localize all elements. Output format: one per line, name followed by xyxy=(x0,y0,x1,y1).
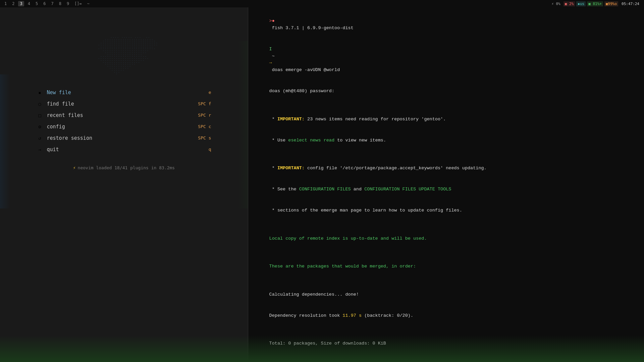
terminal-packages-line: These are the packages that would be mer… xyxy=(253,256,639,277)
quit-label: quit xyxy=(47,146,59,153)
tab-2[interactable]: 2 xyxy=(10,1,16,6)
packages-merge-text: These are the packages that would be mer… xyxy=(269,264,416,269)
tab-5[interactable]: 5 xyxy=(34,1,40,6)
config-files-link: CONFIGURATION FILES xyxy=(299,187,351,192)
config-update-link: CONFIGURATION FILES UPDATE TOOLS xyxy=(364,187,451,192)
neovim-menu: ▪ New file e ○ find file SPC f □ recent … xyxy=(37,87,211,155)
recent-icon: □ xyxy=(37,113,43,118)
terminal-config-line-2: * sections of the emerge man page to lea… xyxy=(253,200,639,221)
terminal-command-line: I ~ → doas emerge -avUDN @world xyxy=(253,39,639,81)
terminal-important-1: * IMPORTANT: 23 news items need reading … xyxy=(253,109,639,130)
local-copy-text: Local copy of remote index is up-to-date… xyxy=(269,236,427,241)
new-file-shortcut: e xyxy=(209,90,211,95)
tab-9[interactable]: 9 xyxy=(65,1,71,6)
recent-files-label: recent files xyxy=(47,112,83,118)
eselect-cmd: eselect news read xyxy=(288,138,334,143)
blank-5 xyxy=(253,277,639,284)
terminal-header-text: fish 3.7.1 | 6.9.9-gentoo-dist xyxy=(269,25,354,31)
important-label-2: IMPORTANT: xyxy=(277,166,305,171)
terminal-password-line: doas (mh@t480) password: xyxy=(253,81,639,102)
bullet-2: * xyxy=(269,166,277,171)
plugin-info-text: neovim loaded 18/41 plugins in 83.2ms xyxy=(78,165,175,170)
menu-recent-files[interactable]: □ recent files SPC r xyxy=(37,110,211,121)
find-file-shortcut: SPC f xyxy=(198,101,211,106)
config-icon: ⚙ xyxy=(37,124,43,129)
blank-6 xyxy=(253,326,639,333)
config-shortcut: SPC c xyxy=(198,124,211,129)
important-label-1: IMPORTANT: xyxy=(277,117,305,122)
tab-3[interactable]: 3 xyxy=(18,1,24,6)
resolution-time: 11.97 s xyxy=(342,313,362,318)
terminal-eselect-line: * Use eselect news read to view new item… xyxy=(253,130,639,151)
blank-4 xyxy=(253,249,639,256)
tab-8[interactable]: 8 xyxy=(57,1,63,6)
tab-6[interactable]: 6 xyxy=(42,1,47,6)
config-sections-text: * sections of the emerge man page to lea… xyxy=(269,208,462,213)
restore-icon: ↺ xyxy=(37,135,43,141)
mem-status: ▣ 2% xyxy=(564,1,575,6)
topbar: 1 2 3 4 5 6 7 8 9 []= ~ ⚡ 0% ▣ 2% ▪us ▣ … xyxy=(0,0,644,7)
config-see-prefix: * See the xyxy=(269,187,299,192)
important-text-1: 23 news items need reading for repositor… xyxy=(305,117,446,122)
resolution-backtrack: (backtrack: 0/20). xyxy=(362,313,413,318)
plugin-info: ⚡ neovim loaded 18/41 plugins in 83.2ms xyxy=(73,165,175,170)
tab-1[interactable]: 1 xyxy=(3,1,8,6)
ascii-map: . . . . . . . . . . . . . . . . . . . . … xyxy=(91,34,157,77)
lightning-icon: ⚡ xyxy=(73,165,76,170)
total-text: Total: 0 packages, Size of downloads: 0 … xyxy=(269,341,386,346)
restore-label: restore session xyxy=(47,135,92,141)
blank-1 xyxy=(253,102,639,109)
resolution-text: Dependency resolution took xyxy=(269,313,343,318)
tab-bar: 1 2 3 4 5 6 7 8 9 []= ~ xyxy=(3,1,91,6)
prompt-tilde: ~ xyxy=(269,54,277,59)
terminal-total: Total: 0 packages, Size of downloads: 0 … xyxy=(253,333,639,354)
main-area: . . . . . . . . . . . . . . . . . . . . … xyxy=(0,7,644,362)
menu-quit[interactable]: → quit q xyxy=(37,144,211,155)
quit-icon: → xyxy=(37,147,43,152)
terminal-config-line-1: * See the CONFIGURATION FILES and CONFIG… xyxy=(253,179,639,200)
menu-find-file[interactable]: ○ find file SPC f xyxy=(37,98,211,110)
tab-7[interactable]: 7 xyxy=(49,1,55,6)
us-status: ▪us xyxy=(576,1,586,6)
terminal-local-copy: Local copy of remote index is up-to-date… xyxy=(253,228,639,249)
neovim-panel: . . . . . . . . . . . . . . . . . . . . … xyxy=(0,7,248,362)
right-decoration xyxy=(238,41,248,208)
status-bar: ⚡ 0% ▣ 2% ▪us ▣ 81%+ ▣99%o 05:47:24 xyxy=(550,1,641,6)
cpu-status: ⚡ 0% xyxy=(550,1,562,6)
config-and: and xyxy=(351,187,365,192)
terminal-header: >● fish 3.7.1 | 6.9.9-gentoo-dist xyxy=(253,11,639,39)
fish-arrow-icon: >● xyxy=(269,18,275,23)
find-file-label: find file xyxy=(47,101,74,107)
terminal-resolution: Dependency resolution took 11.97 s (back… xyxy=(253,305,639,326)
menu-config[interactable]: ⚙ config SPC c xyxy=(37,121,211,132)
tab-home[interactable]: ~ xyxy=(86,1,91,6)
tab-4[interactable]: 4 xyxy=(26,1,32,6)
config-label: config xyxy=(47,124,65,130)
prompt-user: I xyxy=(269,47,272,52)
menu-restore-session[interactable]: ↺ restore session SPC s xyxy=(37,132,211,144)
blank-3 xyxy=(253,221,639,228)
battery-status: ▣ 81%+ xyxy=(587,1,603,6)
terminal-cmd-emerge: doas emerge -avUDN @world xyxy=(269,67,340,72)
eselect-suffix: to view new items. xyxy=(334,138,386,143)
new-file-label: New file xyxy=(47,89,71,96)
file-icon: ▪ xyxy=(37,90,43,95)
recent-files-shortcut: SPC r xyxy=(198,113,211,118)
menu-new-file[interactable]: ▪ New file e xyxy=(37,87,211,98)
terminal-calculating: Calculating dependencies... done! xyxy=(253,284,639,305)
bullet-1: * xyxy=(269,117,277,122)
quit-shortcut: q xyxy=(209,147,211,152)
tab-layout[interactable]: []= xyxy=(73,1,84,6)
time-display: 05:47:24 xyxy=(620,1,641,6)
restore-shortcut: SPC s xyxy=(198,135,211,140)
volume-status: ▣99%o xyxy=(604,1,618,6)
blank-7 xyxy=(253,354,639,361)
password-text: doas (mh@t480) password: xyxy=(269,88,334,94)
terminal-important-2: * IMPORTANT: config file '/etc/portage/p… xyxy=(253,158,639,179)
left-decoration xyxy=(0,74,10,208)
terminal-panel[interactable]: >● fish 3.7.1 | 6.9.9-gentoo-dist I ~ → … xyxy=(248,7,644,362)
calculating-text: Calculating dependencies... done! xyxy=(269,292,359,297)
prompt-arrow-1: → xyxy=(269,60,272,65)
search-icon: ○ xyxy=(37,101,43,107)
blank-2 xyxy=(253,151,639,158)
